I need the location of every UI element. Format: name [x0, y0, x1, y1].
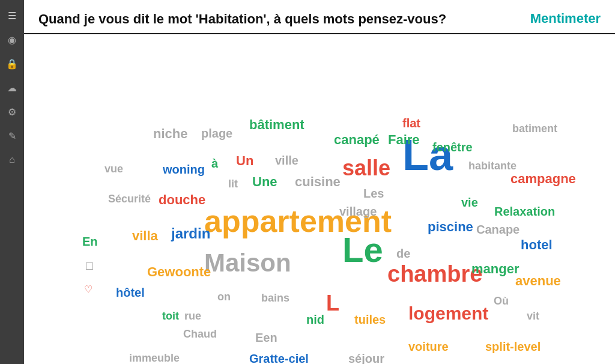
word-ville: ville [275, 154, 298, 166]
word-vue: vue [105, 163, 123, 174]
word-campagne: campagne [510, 172, 576, 186]
edit-icon[interactable]: ✎ [1, 125, 23, 147]
word--: à [211, 157, 218, 169]
word-batiment: batiment [512, 123, 557, 134]
word-s-jour: séjour [348, 353, 384, 364]
word-hotel: hotel [521, 238, 553, 252]
word-relaxation: Relaxation [494, 205, 555, 217]
heart-icon: ♡ [84, 284, 92, 295]
word-b-timent: bâtiment [249, 118, 304, 132]
word-on: on [217, 291, 231, 302]
word-cloud: LaappartementLeMaisonchambrelogementLsal… [24, 34, 615, 364]
word-en: En [82, 235, 98, 247]
brand-logo: Mentimeter [530, 11, 601, 26]
word-cuisine: cuisine [295, 175, 341, 189]
word-habitante: habitante [468, 160, 517, 171]
word-un: Un [236, 154, 253, 168]
page-title: Quand je vous dit le mot 'Habitation', à… [38, 11, 446, 28]
word-salle: salle [342, 157, 390, 179]
word-canape: Canape [476, 223, 520, 235]
wrench-icon[interactable]: ⚙ [1, 101, 23, 123]
word-vie: vie [461, 196, 478, 208]
word-gewoonte: Gewoonte [147, 265, 211, 279]
word-douche: douche [159, 193, 205, 207]
bars-icon[interactable]: ☰ [1, 5, 23, 26]
word-lit: lit [228, 178, 238, 189]
home-icon[interactable]: ⌂ [1, 149, 23, 171]
word-toit: toit [162, 311, 179, 321]
word-village: village [339, 205, 377, 217]
lock-icon[interactable]: 🔒 [1, 53, 23, 74]
word-canap-: canapé [334, 133, 380, 147]
word-chaud: Chaud [183, 329, 217, 339]
word-villa: villa [132, 229, 158, 243]
header: Quand je vous dit le mot 'Habitation', à… [24, 0, 615, 34]
word-jardin: jardin [171, 226, 210, 241]
word-voiture: voiture [408, 341, 449, 353]
word-s-curit-: Sécurité [108, 193, 151, 204]
word-niche: niche [153, 127, 187, 141]
word-chambre: chambre [387, 262, 482, 285]
cloud-icon[interactable]: ☁ [1, 77, 23, 99]
eye-icon[interactable]: ◉ [1, 29, 23, 50]
word-plage: plage [201, 127, 232, 139]
word-tuiles: tuiles [354, 314, 386, 326]
word-maison: Maison [204, 250, 291, 276]
word-une: Une [252, 175, 277, 189]
word-nid: nid [306, 314, 324, 326]
word-de: de [396, 247, 410, 259]
word-faire: Faire [388, 133, 420, 147]
word-split-level: split-level [485, 341, 541, 353]
word-immeuble: immeuble [129, 353, 180, 363]
word-een: Een [255, 332, 277, 344]
sidebar: ☰ ◉ 🔒 ☁ ⚙ ✎ ⌂ [0, 0, 24, 364]
main-content: Quand je vous dit le mot 'Habitation', à… [24, 0, 615, 364]
word-piscine: piscine [428, 220, 473, 234]
word-woning: woning [163, 163, 205, 175]
word-bains: bains [261, 293, 289, 303]
word-fen-tre: fenêtre [432, 141, 473, 153]
word-rue: rue [184, 311, 201, 321]
word-avenue: avenue [515, 275, 561, 288]
word-le: Le [342, 232, 383, 267]
word-gratte-ciel: Gratte-ciel [249, 353, 309, 364]
word-flat: flat [402, 117, 420, 129]
word-vit: vit [527, 311, 539, 321]
word-l: L [326, 293, 339, 314]
word-h-tel: hôtel [116, 287, 145, 299]
word-les: Les [363, 187, 384, 199]
word-manger: manger [471, 262, 519, 276]
square-icon [86, 262, 93, 270]
word-logement: logement [408, 305, 488, 323]
word-o-: Où [494, 296, 509, 306]
